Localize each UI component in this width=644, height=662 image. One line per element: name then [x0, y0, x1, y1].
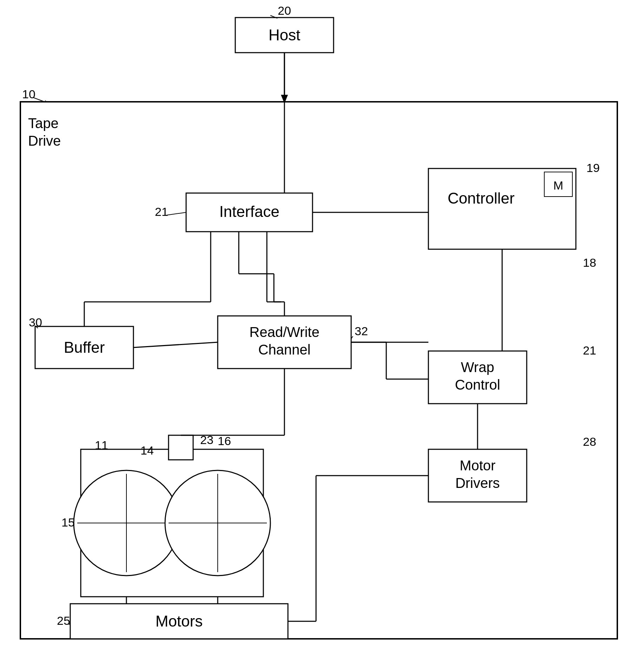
svg-text:Motors: Motors	[156, 613, 203, 630]
svg-text:Motor: Motor	[460, 458, 495, 473]
svg-text:20: 20	[278, 4, 291, 17]
svg-text:Drivers: Drivers	[455, 475, 500, 491]
svg-text:11: 11	[95, 438, 108, 452]
svg-rect-61	[169, 435, 193, 460]
svg-text:Interface: Interface	[219, 203, 279, 220]
svg-text:16: 16	[218, 434, 231, 448]
svg-text:32: 32	[355, 324, 368, 338]
svg-text:Host: Host	[269, 26, 300, 44]
svg-text:15: 15	[61, 516, 75, 529]
svg-text:18: 18	[583, 256, 596, 269]
diagram-container: Host 20 10 Tape Drive Interface 21 Contr…	[0, 0, 644, 662]
svg-text:Wrap: Wrap	[461, 359, 494, 375]
svg-text:30: 30	[29, 316, 42, 329]
svg-text:28: 28	[583, 435, 596, 448]
svg-text:Drive: Drive	[28, 133, 61, 148]
svg-text:14: 14	[140, 444, 154, 457]
svg-text:M: M	[553, 179, 563, 192]
svg-text:Read/Write: Read/Write	[249, 324, 319, 340]
svg-text:Buffer: Buffer	[64, 339, 105, 356]
diagram-svg: Host 20 10 Tape Drive Interface 21 Contr…	[0, 0, 644, 662]
svg-text:21: 21	[155, 205, 168, 218]
svg-text:21: 21	[583, 344, 596, 357]
svg-text:Channel: Channel	[258, 342, 310, 357]
svg-text:10: 10	[22, 87, 35, 101]
svg-text:19: 19	[586, 161, 600, 174]
svg-text:Controller: Controller	[448, 190, 515, 207]
svg-text:Control: Control	[455, 377, 500, 392]
svg-text:25: 25	[57, 614, 70, 627]
svg-text:Tape: Tape	[28, 115, 59, 131]
